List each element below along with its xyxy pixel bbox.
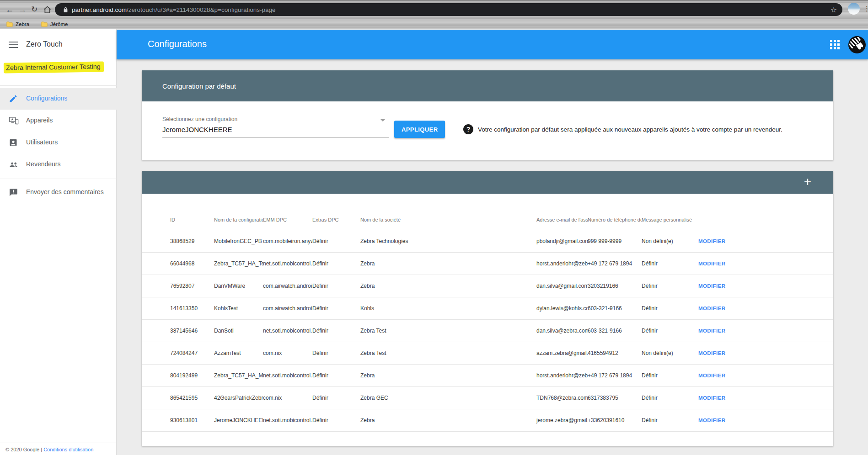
- cell-config-name: KohlsTest: [214, 305, 263, 312]
- cell-custom-message: Définir: [642, 372, 698, 379]
- cell-custom-message: Non défini(e): [642, 350, 698, 356]
- zebra-logo[interactable]: [848, 36, 866, 53]
- folder-icon: [6, 21, 13, 27]
- bookmark-folder-zebra[interactable]: Zebra: [6, 21, 29, 27]
- sidebar-item-label: Utilisateurs: [26, 138, 58, 146]
- table-card-header: +: [142, 171, 833, 194]
- forward-icon[interactable]: →: [16, 4, 28, 16]
- modify-link[interactable]: MODIFIER: [698, 395, 813, 401]
- cell-company: Zebra: [360, 283, 536, 289]
- cell-config-name: AzzamTest: [214, 350, 263, 356]
- page-title: Configurations: [148, 39, 207, 49]
- cell-id: 76592807: [170, 283, 214, 289]
- cell-company: Zebra Test: [360, 328, 536, 334]
- address-bar[interactable]: partner.android.com/zerotouch/u/3#a=2114…: [55, 3, 842, 16]
- cell-support-email: TDN768@zebra.com: [536, 395, 588, 401]
- browser-toolbar: ← → ↻ partner.android.com/zerotouch/u/3#…: [0, 1, 868, 18]
- modify-link[interactable]: MODIFIER: [698, 373, 813, 378]
- chevron-down-icon: [380, 119, 385, 122]
- cell-emm-dpc: com.airwatch.androidager: [263, 305, 312, 312]
- devices-icon: [9, 116, 18, 125]
- people-icon: [9, 160, 18, 169]
- cell-id: 724084247: [170, 350, 214, 356]
- cell-id: 865421595: [170, 395, 214, 401]
- col-header-support-email: Adresse e-mail de l'assis…: [536, 217, 588, 230]
- app-bar: Configurations: [117, 30, 868, 59]
- table-row: 930613801JeromeJONCKHEEREnet.soti.mobico…: [142, 409, 833, 432]
- col-header-extras-dpc: Extras DPC: [312, 217, 360, 230]
- page: Zero Touch Zebra Internal Customer Testi…: [0, 29, 868, 455]
- select-value: JeromeJONCKHEERE: [162, 126, 389, 138]
- modify-link[interactable]: MODIFIER: [698, 306, 813, 311]
- help-icon[interactable]: ?: [463, 124, 473, 134]
- cell-support-email: pbolandjr@gmail.com: [536, 238, 588, 244]
- modify-link[interactable]: MODIFIER: [698, 238, 813, 244]
- col-header-support-phone: Numéro de téléphone de…: [588, 217, 642, 230]
- url-path: /zerotouch/u/3#a=2114300028&p=configurat…: [127, 6, 276, 13]
- sidebar-item-label: Configurations: [26, 95, 67, 102]
- profile-avatar[interactable]: [848, 3, 860, 15]
- sidebar-item-revendeurs[interactable]: Revendeurs: [0, 153, 117, 175]
- table-row: 76592807DanVMWarecom.airwatch.androidage…: [142, 275, 833, 297]
- cell-config-name: JeromeJONCKHEERE: [214, 417, 263, 423]
- cell-company: Zebra Test: [360, 350, 536, 356]
- refresh-icon[interactable]: ↻: [28, 4, 40, 16]
- modify-link[interactable]: MODIFIER: [698, 328, 813, 333]
- apply-button[interactable]: APPLIQUER: [394, 121, 445, 138]
- table-row: 86542159542GearsPatrickZebraValidcom.nix…: [142, 387, 833, 409]
- cell-support-phone: +49 172 679 1894: [588, 260, 642, 267]
- divider: [0, 85, 117, 86]
- terms-link[interactable]: Conditions d'utilisation: [43, 447, 93, 452]
- url-text: partner.android.com/zerotouch/u/3#a=2114…: [72, 6, 276, 13]
- cell-extras-dpc: Définir: [312, 260, 360, 267]
- cell-emm-dpc: net.soti.mobicontrol.andrc: [263, 372, 312, 379]
- default-config-card: Configuration par défaut Sélectionnez un…: [142, 70, 833, 160]
- configuration-select[interactable]: Sélectionnez une configuration JeromeJON…: [162, 116, 389, 138]
- modify-link[interactable]: MODIFIER: [698, 283, 813, 289]
- cell-company: Zebra: [360, 372, 536, 379]
- cell-extras-dpc: Définir: [312, 328, 360, 334]
- modify-link[interactable]: MODIFIER: [698, 350, 813, 356]
- cell-extras-dpc: Définir: [312, 238, 360, 244]
- cell-extras-dpc: Définir: [312, 395, 360, 401]
- apps-grid-icon[interactable]: [830, 40, 840, 49]
- cell-support-phone: 6317383795: [588, 395, 642, 401]
- sidebar-item-feedback[interactable]: Envoyer des commentaires: [0, 181, 117, 203]
- cell-emm-dpc: com.mobileiron.anyware.a: [263, 238, 312, 244]
- sidebar-item-configurations[interactable]: Configurations: [0, 88, 117, 110]
- cell-id: 66044968: [170, 260, 214, 267]
- cell-id: 387145646: [170, 328, 214, 334]
- modify-link[interactable]: MODIFIER: [698, 418, 813, 423]
- table-body: 38868529MobileIronGEC_PBcom.mobileiron.a…: [142, 230, 833, 432]
- modify-link[interactable]: MODIFIER: [698, 261, 813, 266]
- col-header-company: Nom de la société: [360, 217, 536, 230]
- copyright-text: © 2020 Google |: [5, 447, 43, 452]
- col-header-custom-message: Message personnalisé: [642, 217, 698, 230]
- cell-support-email: jerome.zebra@gmail.com: [536, 417, 588, 423]
- back-icon[interactable]: ←: [4, 4, 16, 16]
- account-name-row: Zebra Internal Customer Testing: [4, 62, 104, 73]
- sidebar-item-appareils[interactable]: Appareils: [0, 110, 117, 132]
- col-header-id: ID: [170, 217, 214, 230]
- sidebar-item-utilisateurs[interactable]: Utilisateurs: [0, 132, 117, 153]
- table-header-row: ID Nom de la configuration EMM DPC Extra…: [142, 194, 833, 230]
- bookmark-star-icon[interactable]: ☆: [830, 5, 837, 14]
- browser-menu-icon[interactable]: ⋮: [863, 5, 868, 13]
- card-title: Configuration par défaut: [162, 82, 236, 90]
- cell-id: 38868529: [170, 238, 214, 244]
- cell-support-email: dan.silva@zebra.com: [536, 328, 588, 334]
- help-row: ? Votre configuration par défaut sera ap…: [463, 124, 811, 134]
- home-icon[interactable]: [41, 4, 53, 16]
- table-row: 387145646DanSotinet.soti.mobicontrol.and…: [142, 320, 833, 342]
- cell-emm-dpc: com.airwatch.androidager: [263, 283, 312, 289]
- hamburger-menu-icon[interactable]: [9, 42, 18, 49]
- bookmark-folder-jerome[interactable]: Jérôme: [41, 21, 68, 27]
- cell-config-name: DanSoti: [214, 328, 263, 334]
- cell-config-name: 42GearsPatrickZebraValid: [214, 395, 263, 401]
- browser-chrome: ← → ↻ partner.android.com/zerotouch/u/3#…: [0, 0, 868, 29]
- cell-support-email: dan.silva@gmail.com: [536, 283, 588, 289]
- col-header-actions: [698, 222, 813, 230]
- cell-custom-message: Définir: [642, 283, 698, 289]
- bookmarks-bar: Zebra Jérôme: [0, 18, 868, 30]
- add-configuration-button[interactable]: +: [804, 175, 811, 189]
